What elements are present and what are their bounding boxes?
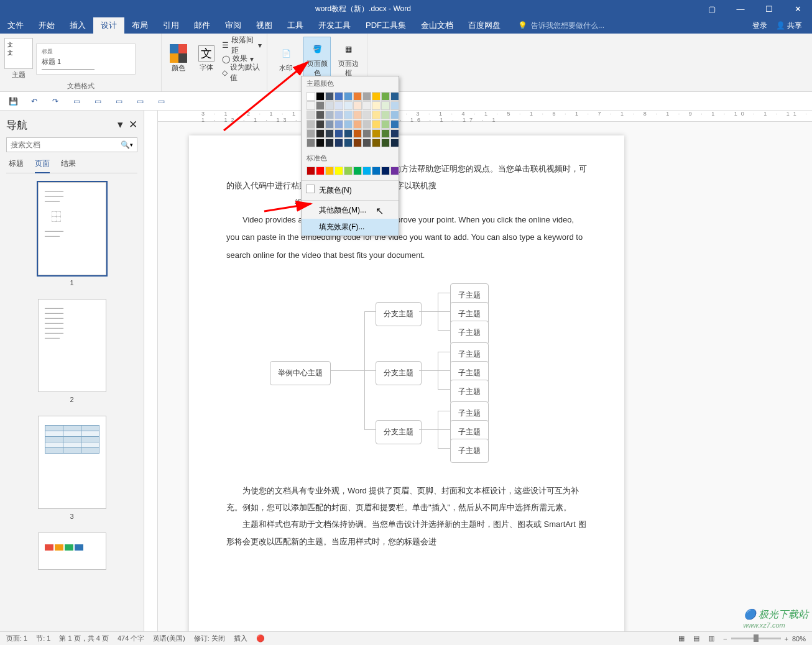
nav-search-input[interactable] bbox=[11, 140, 121, 149]
tab-view[interactable]: 视图 bbox=[249, 17, 280, 34]
color-swatch[interactable] bbox=[316, 139, 325, 147]
color-swatch[interactable] bbox=[325, 101, 334, 110]
color-swatch[interactable] bbox=[362, 120, 371, 129]
themes-button[interactable]: 文文 主题 bbox=[5, 37, 32, 81]
color-swatch[interactable] bbox=[316, 111, 325, 119]
nav-search[interactable]: 🔍▾ bbox=[6, 137, 137, 152]
color-swatch[interactable] bbox=[334, 139, 343, 147]
color-swatch[interactable] bbox=[344, 101, 353, 110]
view-read-icon[interactable]: ▦ bbox=[678, 634, 685, 643]
color-swatch[interactable] bbox=[390, 101, 399, 110]
paragraph-spacing-button[interactable]: ☰段落间距▾ bbox=[222, 39, 262, 52]
color-swatch[interactable] bbox=[372, 120, 381, 129]
ribbon-display-options[interactable]: ▢ bbox=[698, 0, 726, 17]
status-insert-mode[interactable]: 插入 bbox=[234, 634, 247, 643]
dd-fill-effects[interactable]: 填充效果(F)... bbox=[302, 219, 399, 236]
tab-developer[interactable]: 开发工具 bbox=[311, 17, 358, 34]
status-page-of[interactable]: 第 1 页，共 4 页 bbox=[59, 634, 108, 643]
color-swatch[interactable] bbox=[362, 111, 371, 119]
status-page[interactable]: 页面: 1 bbox=[6, 634, 27, 643]
color-swatch[interactable] bbox=[334, 129, 343, 138]
standard-color-grid[interactable] bbox=[302, 165, 399, 179]
color-swatch[interactable] bbox=[390, 92, 399, 101]
color-swatch[interactable] bbox=[390, 129, 399, 138]
undo-icon[interactable]: ↶ bbox=[29, 96, 40, 107]
search-icon[interactable]: 🔍 bbox=[121, 140, 130, 149]
status-record-icon[interactable]: 🔴 bbox=[256, 634, 265, 643]
color-swatch[interactable] bbox=[362, 92, 371, 101]
color-swatch[interactable] bbox=[353, 101, 362, 110]
tab-tools[interactable]: 工具 bbox=[280, 17, 311, 34]
color-swatch[interactable] bbox=[325, 167, 334, 175]
tab-layout[interactable]: 布局 bbox=[124, 17, 155, 34]
set-default-button[interactable]: ◇设为默认值 bbox=[222, 66, 262, 79]
page-borders-button[interactable]: ▦ 页面边框 bbox=[334, 37, 362, 81]
color-swatch[interactable] bbox=[353, 139, 362, 147]
color-swatch[interactable] bbox=[381, 139, 390, 147]
maximize-button[interactable]: ☐ bbox=[755, 0, 783, 17]
nav-close-icon[interactable]: ✕ bbox=[129, 119, 137, 130]
nav-tab-pages[interactable]: 页面 bbox=[35, 158, 50, 173]
tab-insert[interactable]: 插入 bbox=[62, 17, 93, 34]
color-swatch[interactable] bbox=[344, 129, 353, 138]
page-thumb-2[interactable]: ━━━━━━━━━━━━━━━━━━━━━━━━━━━━━━━━━━━━━━━━… bbox=[38, 299, 106, 392]
dd-more-colors[interactable]: 其他颜色(M)... bbox=[302, 202, 399, 219]
share-button[interactable]: 👤 共享 bbox=[776, 21, 802, 31]
tab-jinshan[interactable]: 金山文档 bbox=[413, 17, 461, 34]
color-swatch[interactable] bbox=[325, 129, 334, 138]
minimize-button[interactable]: — bbox=[726, 0, 755, 17]
color-swatch[interactable] bbox=[381, 167, 390, 175]
nav-pin-icon[interactable]: ▾ bbox=[118, 119, 123, 130]
color-swatch[interactable] bbox=[353, 129, 362, 138]
color-swatch[interactable] bbox=[334, 167, 343, 175]
redo-icon[interactable]: ↷ bbox=[50, 96, 61, 107]
color-swatch[interactable] bbox=[390, 139, 399, 147]
color-swatch[interactable] bbox=[307, 139, 315, 147]
color-swatch[interactable] bbox=[362, 129, 371, 138]
close-button[interactable]: ✕ bbox=[783, 0, 812, 17]
color-swatch[interactable] bbox=[334, 111, 343, 119]
fonts-button[interactable]: 文 字体 bbox=[195, 37, 219, 81]
color-swatch[interactable] bbox=[390, 167, 399, 175]
nav-tab-results[interactable]: 结果 bbox=[61, 158, 76, 169]
color-swatch[interactable] bbox=[316, 92, 325, 101]
color-swatch[interactable] bbox=[344, 120, 353, 129]
color-swatch[interactable] bbox=[325, 139, 334, 147]
color-swatch[interactable] bbox=[353, 167, 362, 175]
color-swatch[interactable] bbox=[344, 111, 353, 119]
view-print-icon[interactable]: ▤ bbox=[693, 634, 699, 643]
color-swatch[interactable] bbox=[390, 120, 399, 129]
tab-file[interactable]: 文件 bbox=[0, 17, 31, 34]
color-swatch[interactable] bbox=[325, 120, 334, 129]
color-swatch[interactable] bbox=[381, 120, 390, 129]
nav-tab-headings[interactable]: 标题 bbox=[9, 158, 24, 169]
color-swatch[interactable] bbox=[372, 92, 381, 101]
color-swatch[interactable] bbox=[334, 101, 343, 110]
page-thumb-1[interactable]: ━━━━━━━━━━━━━━━━━━━━━━━━━━━━ ┌─┬─┐ ├─┼─┤… bbox=[38, 182, 106, 275]
color-swatch[interactable] bbox=[372, 129, 381, 138]
color-swatch[interactable] bbox=[353, 92, 362, 101]
color-swatch[interactable] bbox=[307, 92, 315, 101]
color-swatch[interactable] bbox=[307, 129, 315, 138]
color-swatch[interactable] bbox=[372, 167, 381, 175]
tab-pdf[interactable]: PDF工具集 bbox=[358, 17, 413, 34]
color-swatch[interactable] bbox=[362, 139, 371, 147]
page-thumb-3[interactable] bbox=[38, 416, 106, 509]
tab-mail[interactable]: 邮件 bbox=[187, 17, 218, 34]
color-swatch[interactable] bbox=[353, 120, 362, 129]
status-section[interactable]: 节: 1 bbox=[36, 634, 50, 643]
color-swatch[interactable] bbox=[307, 120, 315, 129]
zoom-slider[interactable]: −+ 80% bbox=[723, 635, 806, 643]
color-swatch[interactable] bbox=[307, 111, 315, 119]
color-swatch[interactable] bbox=[372, 111, 381, 119]
color-swatch[interactable] bbox=[362, 167, 371, 175]
dd-no-color[interactable]: 无颜色(N) bbox=[302, 182, 399, 199]
color-swatch[interactable] bbox=[390, 111, 399, 119]
tell-me[interactable]: 💡 告诉我您想要做什么... bbox=[508, 21, 752, 31]
color-swatch[interactable] bbox=[344, 167, 353, 175]
status-language[interactable]: 英语(美国) bbox=[153, 634, 185, 643]
status-word-count[interactable]: 474 个字 bbox=[118, 634, 144, 643]
style-set-gallery[interactable]: 标题 标题 1 bbox=[36, 43, 136, 75]
qat-btn-2[interactable]: ▭ bbox=[92, 96, 103, 107]
color-swatch[interactable] bbox=[316, 167, 325, 175]
